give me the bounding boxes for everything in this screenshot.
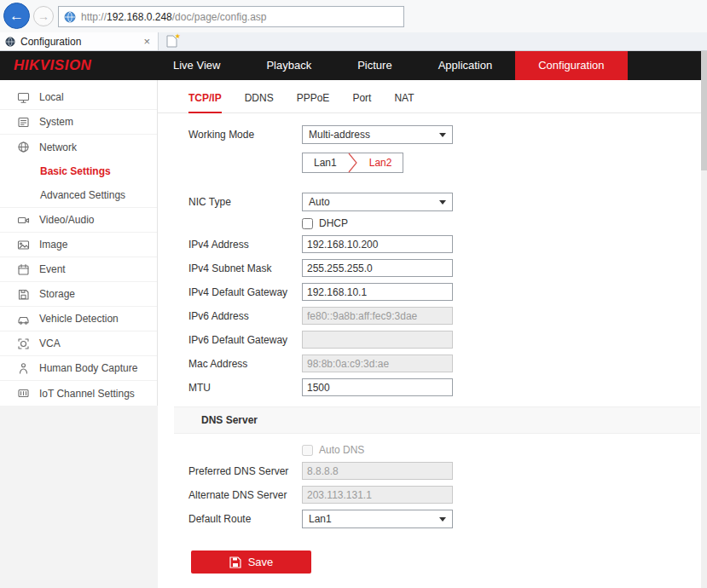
save-button[interactable]: Save	[191, 551, 311, 574]
sidebar-item-event[interactable]: Event	[0, 257, 157, 282]
browser-tab-configuration[interactable]: Configuration ×	[0, 32, 159, 50]
nic-type-label: NIC Type	[188, 196, 302, 208]
sidebar-item-human-body-capture[interactable]: Human Body Capture	[0, 356, 157, 381]
scrollbar-thumb[interactable]	[701, 51, 707, 170]
nic-type-row: NIC Type Auto	[188, 193, 701, 211]
tcpip-form: Working Mode Multi-address Lan1 Lan2	[158, 113, 701, 574]
ipv6-address-input	[302, 307, 453, 325]
chevron-down-icon	[439, 200, 446, 205]
nav-application[interactable]: Application	[415, 51, 516, 80]
url-host: 192.168.0.248	[107, 11, 172, 23]
mtu-label: MTU	[188, 382, 302, 394]
config-tab-bar: TCP/IP DDNS PPPoE Port NAT	[158, 80, 701, 113]
tab-title: Configuration	[20, 36, 136, 48]
lan-tabs: Lan1 Lan2	[302, 153, 403, 173]
sidebar-item-basic-settings[interactable]: Basic Settings	[0, 159, 157, 183]
mtu-input[interactable]	[302, 378, 453, 396]
save-button-label: Save	[248, 556, 274, 568]
sidebar: Local System Network Basic Settings Adva…	[0, 80, 158, 588]
preferred-dns-label: Preferred DNS Server	[188, 465, 302, 477]
working-mode-label: Working Mode	[188, 129, 302, 141]
ipv4-subnet-input[interactable]	[302, 259, 453, 277]
new-tab-star-icon: ★	[175, 32, 181, 40]
sidebar-item-vca[interactable]: VCA	[0, 331, 157, 356]
sidebar-item-image[interactable]: Image	[0, 233, 157, 257]
nic-type-select[interactable]: Auto	[302, 193, 453, 211]
dhcp-checkbox[interactable]	[302, 218, 313, 229]
mac-address-input	[302, 355, 453, 372]
calendar-icon	[16, 262, 30, 276]
sidebar-item-video-audio[interactable]: Video/Audio	[0, 208, 157, 233]
alternate-dns-row: Alternate DNS Server	[188, 486, 701, 504]
preferred-dns-input	[302, 462, 453, 480]
sidebar-item-network[interactable]: Network	[0, 135, 157, 159]
auto-dns-row: Auto DNS	[188, 444, 701, 456]
working-mode-row: Working Mode Multi-address	[188, 125, 701, 144]
sidebar-item-label: Video/Audio	[39, 214, 95, 226]
url-scheme: http://	[81, 11, 107, 23]
mac-address-row: Mac Address	[188, 355, 701, 372]
sidebar-menu: Local System Network Basic Settings Adva…	[0, 80, 158, 406]
url-text: http://192.168.0.248/doc/page/config.asp	[81, 11, 267, 23]
sidebar-group-network: Network Basic Settings Advanced Settings	[0, 135, 157, 208]
new-tab-button[interactable]: ★	[159, 32, 184, 50]
dhcp-row: DHCP	[188, 217, 701, 229]
nav-configuration[interactable]: Configuration	[515, 51, 627, 80]
site-favicon-icon	[64, 11, 76, 23]
dns-section-title: DNS Server	[174, 406, 700, 434]
ipv4-subnet-row: IPv4 Subnet Mask	[188, 259, 701, 277]
lan-chevron-icon	[348, 153, 358, 173]
browser-back-button[interactable]: ←	[3, 3, 30, 29]
nic-type-value: Auto	[309, 196, 330, 208]
nav-live-view[interactable]: Live View	[150, 51, 243, 80]
tab-close-icon[interactable]: ×	[141, 35, 153, 48]
mac-address-label: Mac Address	[188, 358, 302, 370]
back-arrow-icon: ←	[9, 8, 24, 25]
nav-playback[interactable]: Playback	[243, 51, 334, 80]
sidebar-item-advanced-settings[interactable]: Advanced Settings	[0, 183, 157, 207]
alternate-dns-label: Alternate DNS Server	[188, 489, 302, 501]
auto-dns-option: Auto DNS	[302, 444, 364, 456]
image-icon	[16, 238, 30, 251]
monitor-icon	[16, 90, 30, 104]
ipv4-gateway-input[interactable]	[302, 283, 453, 301]
default-route-label: Default Route	[188, 513, 302, 525]
browser-forward-button[interactable]: →	[33, 6, 54, 26]
tab-pppoe[interactable]: PPPoE	[297, 92, 330, 112]
page: ← → http://192.168.0.248/doc/page/config…	[0, 0, 707, 588]
preferred-dns-row: Preferred DNS Server	[188, 462, 701, 480]
iot-channel-icon	[16, 387, 30, 401]
auto-dns-label: Auto DNS	[319, 444, 364, 456]
vca-target-icon	[16, 337, 30, 350]
main-content: TCP/IP DDNS PPPoE Port NAT Working Mode …	[158, 80, 701, 588]
page-scrollbar[interactable]	[701, 51, 707, 588]
lan1-tab[interactable]: Lan1	[303, 153, 348, 172]
lan2-tab[interactable]: Lan2	[358, 153, 403, 172]
tab-port[interactable]: Port	[352, 92, 371, 112]
url-path: /doc/page/config.asp	[172, 11, 267, 23]
sidebar-item-local[interactable]: Local	[0, 85, 157, 110]
sidebar-item-vehicle-detection[interactable]: Vehicle Detection	[0, 307, 157, 331]
nav-picture[interactable]: Picture	[334, 51, 414, 80]
ipv4-address-input[interactable]	[302, 235, 453, 253]
disk-icon	[16, 287, 30, 301]
ipv6-gateway-label: IPv6 Default Gateway	[188, 334, 302, 346]
top-navigation: Live View Playback Picture Application C…	[150, 51, 628, 80]
address-bar[interactable]: http://192.168.0.248/doc/page/config.asp	[58, 6, 404, 27]
tab-nat[interactable]: NAT	[394, 92, 414, 112]
sidebar-item-label: VCA	[39, 337, 61, 349]
chevron-down-icon	[439, 517, 446, 522]
default-route-row: Default Route Lan1	[188, 510, 701, 528]
working-mode-select[interactable]: Multi-address	[302, 125, 453, 144]
sidebar-item-iot-channel-settings[interactable]: IoT Channel Settings	[0, 381, 157, 406]
sidebar-item-system[interactable]: System	[0, 110, 157, 135]
sidebar-item-storage[interactable]: Storage	[0, 282, 157, 307]
sidebar-item-label: Network	[39, 141, 77, 153]
auto-dns-checkbox	[302, 445, 313, 456]
default-route-select[interactable]: Lan1	[302, 510, 453, 528]
alternate-dns-input	[302, 486, 453, 504]
browser-toolbar: ← → http://192.168.0.248/doc/page/config…	[0, 0, 707, 32]
tab-ddns[interactable]: DDNS	[245, 92, 274, 112]
ipv6-address-label: IPv6 Address	[188, 310, 302, 322]
tab-tcpip[interactable]: TCP/IP	[188, 92, 222, 113]
